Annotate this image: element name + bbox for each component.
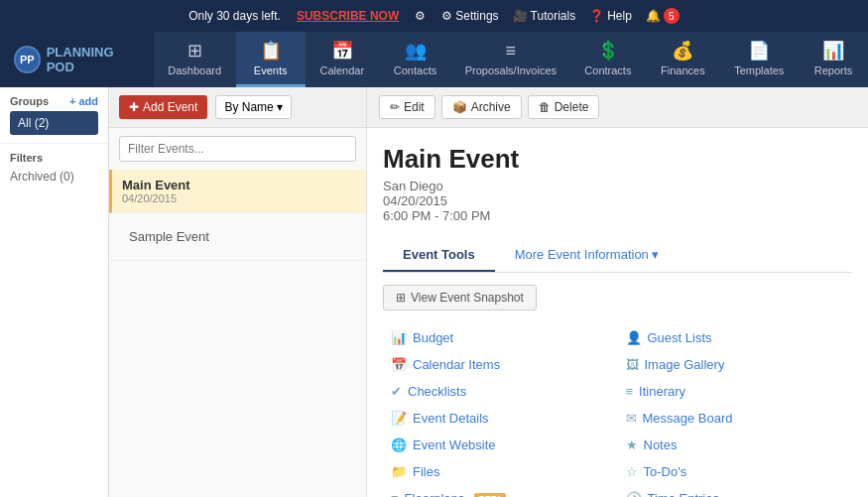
beta-badge: BETA [474, 493, 506, 498]
event-list: Main Event 04/20/2015 Sample Event [109, 170, 366, 497]
top-links: ⚙ Settings 🎥 Tutorials ❓ Help 🔔 5 [441, 8, 680, 24]
groups-label: Groups [10, 95, 49, 107]
tool-image-gallery[interactable]: 🖼 Image Gallery [618, 351, 853, 378]
notification-badge: 5 [664, 8, 680, 24]
tab-event-tools[interactable]: Event Tools [383, 239, 495, 272]
event-list-item-main[interactable]: Main Event 04/20/2015 [109, 170, 366, 213]
tool-links-grid: 📊 Budget 📅 Calendar Items ✔ Checklists 📝… [383, 324, 852, 497]
nav-templates[interactable]: 📄 Templates [719, 32, 799, 87]
nav-contracts[interactable]: 💲 Contracts [570, 32, 647, 87]
settings-link[interactable]: ⚙ Settings [441, 9, 498, 23]
sort-caret-icon: ▾ [277, 100, 283, 114]
event-details-icon: 📝 [391, 411, 407, 426]
floorplans-icon: ≡ [391, 491, 399, 497]
tool-calendar-items[interactable]: 📅 Calendar Items [383, 351, 618, 378]
nav-proposals[interactable]: ≡ Proposals/Invoices [451, 32, 569, 87]
nav-reports[interactable]: 📊 Reports [799, 32, 868, 87]
event-detail-toolbar: ✏ Edit 📦 Archive 🗑 Delete [367, 87, 868, 128]
delete-button[interactable]: 🗑 Delete [528, 95, 600, 119]
events-icon: 📋 [260, 40, 282, 62]
sidebar: Groups + add All (2) Filters Archived (0… [0, 87, 109, 497]
todos-icon: ☆ [626, 464, 638, 479]
itinerary-icon: ≡ [626, 384, 634, 399]
edit-icon: ✏ [390, 100, 400, 114]
tutorials-link[interactable]: 🎥 Tutorials [513, 9, 576, 23]
event-item-name: Main Event [122, 178, 356, 192]
event-item-date: 04/20/2015 [122, 192, 356, 204]
event-item-name-sample: Sample Event [119, 221, 356, 252]
add-event-button[interactable]: ✚ Add Event [119, 95, 207, 119]
tool-message-board[interactable]: ✉ Message Board [618, 405, 853, 432]
groups-section: Groups + add All (2) [0, 87, 108, 144]
tool-checklists[interactable]: ✔ Checklists [383, 378, 618, 405]
tool-event-details[interactable]: 📝 Event Details [383, 405, 618, 432]
templates-icon: 📄 [748, 40, 770, 62]
tool-notes[interactable]: ★ Notes [618, 432, 853, 458]
archive-icon: 📦 [452, 100, 467, 114]
groups-header: Groups + add [10, 95, 98, 107]
guest-lists-icon: 👤 [626, 330, 642, 345]
event-search-input[interactable] [119, 136, 356, 162]
snapshot-icon: ⊞ [396, 291, 406, 305]
contracts-icon: 💲 [597, 40, 619, 62]
sort-button[interactable]: By Name ▾ [215, 95, 291, 119]
tool-guest-lists[interactable]: 👤 Guest Lists [618, 324, 853, 351]
logo: PP PLANNING POD [0, 32, 154, 87]
tool-files[interactable]: 📁 Files [383, 458, 618, 485]
tool-floorplans[interactable]: ≡ Floorplans BETA [383, 485, 618, 497]
event-search-container [119, 136, 356, 162]
event-tabs: Event Tools More Event Information ▾ [383, 239, 852, 273]
filters-section: Filters Archived (0) [0, 144, 108, 193]
plus-icon: ✚ [129, 100, 139, 114]
finances-icon: 💰 [672, 40, 693, 62]
notes-icon: ★ [626, 437, 638, 452]
notifications-link[interactable]: 🔔 5 [646, 8, 680, 24]
nav-contacts[interactable]: 👥 Contacts [379, 32, 451, 87]
event-date: 04/20/2015 [383, 193, 852, 208]
filter-archived[interactable]: Archived (0) [10, 168, 98, 186]
view-snapshot-button[interactable]: ⊞ View Event Snapshot [383, 285, 537, 311]
add-group-button[interactable]: + add [69, 95, 98, 107]
event-website-icon: 🌐 [391, 437, 407, 452]
nav-events[interactable]: 📋 Events [236, 32, 306, 87]
event-header: Main Event San Diego 04/20/2015 6:00 PM … [367, 128, 868, 239]
tool-todos[interactable]: ☆ To-Do's [618, 458, 853, 485]
reports-icon: 📊 [822, 40, 844, 62]
event-location: San Diego [383, 179, 852, 193]
event-title: Main Event [383, 144, 852, 175]
nav-contracts-label: Contracts [584, 64, 631, 76]
tool-time-entries[interactable]: 🕐 Time Entries [618, 485, 853, 497]
main-content: ✏ Edit 📦 Archive 🗑 Delete Main Event San… [367, 87, 868, 497]
nav-finances[interactable]: 💰 Finances [646, 32, 719, 87]
nav-proposals-label: Proposals/Invoices [465, 64, 557, 76]
calendar-items-icon: 📅 [391, 357, 407, 372]
delete-icon: 🗑 [539, 100, 551, 114]
archive-button[interactable]: 📦 Archive [441, 95, 522, 119]
event-time: 6:00 PM - 7:00 PM [383, 208, 852, 223]
message-board-icon: ✉ [626, 411, 637, 426]
nav-dashboard[interactable]: ⊞ Dashboard [154, 32, 236, 87]
nav-calendar[interactable]: 📅 Calendar [306, 32, 379, 87]
files-icon: 📁 [391, 464, 407, 479]
time-entries-icon: 🕐 [626, 491, 642, 497]
main-layout: Groups + add All (2) Filters Archived (0… [0, 87, 868, 497]
event-list-toolbar: ✚ Add Event By Name ▾ [109, 87, 366, 128]
image-gallery-icon: 🖼 [626, 357, 639, 372]
tool-event-website[interactable]: 🌐 Event Website [383, 432, 618, 458]
nav-reports-label: Reports [814, 64, 853, 76]
event-list-panel: ✚ Add Event By Name ▾ Main Event 04/20/2… [109, 87, 367, 497]
proposals-icon: ≡ [506, 41, 517, 62]
tool-itinerary[interactable]: ≡ Itinerary [618, 378, 853, 405]
nav-contacts-label: Contacts [394, 64, 436, 76]
sidebar-item-all[interactable]: All (2) [10, 111, 98, 135]
subscribe-link[interactable]: SUBSCRIBE NOW [297, 9, 399, 23]
event-list-item-sample[interactable]: Sample Event [109, 213, 366, 261]
tool-links-left: 📊 Budget 📅 Calendar Items ✔ Checklists 📝… [383, 324, 618, 497]
help-link[interactable]: ❓ Help [589, 9, 632, 23]
top-bar: Only 30 days left. SUBSCRIBE NOW ⚙ ⚙ Set… [0, 0, 868, 32]
tab-more-info[interactable]: More Event Information ▾ [495, 239, 680, 272]
edit-button[interactable]: ✏ Edit [379, 95, 435, 119]
calendar-icon: 📅 [331, 40, 353, 62]
event-tools-content: ⊞ View Event Snapshot 📊 Budget 📅 Calenda… [367, 273, 868, 497]
tool-budget[interactable]: 📊 Budget [383, 324, 618, 351]
